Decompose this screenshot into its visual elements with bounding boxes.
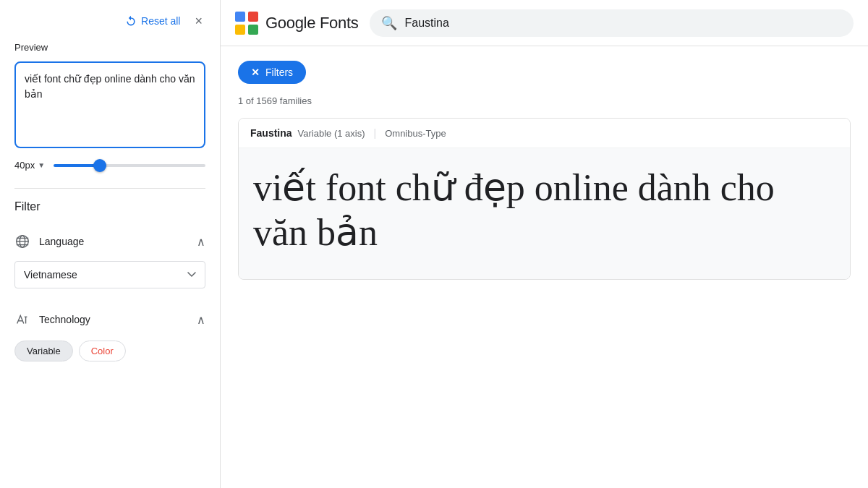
divider-1 (14, 188, 205, 189)
search-bar[interactable]: 🔍 (370, 9, 854, 37)
globe-icon (14, 234, 30, 249)
logo-area: Google Fonts (235, 12, 358, 35)
filter-label: Filter (14, 200, 205, 213)
language-filter-section: Language ∧ Vietnamese Latin Cyrillic Ara… (14, 228, 205, 300)
technology-buttons: Variable Color (14, 341, 205, 361)
google-fonts-logo-icon (235, 12, 258, 35)
language-select[interactable]: Vietnamese Latin Cyrillic Arabic (14, 261, 205, 288)
font-preview-text: viết font chữ đẹp online dành cho văn bả… (253, 166, 835, 256)
filters-button[interactable]: ✕ Filters (238, 61, 306, 84)
language-filter-header[interactable]: Language ∧ (14, 228, 205, 255)
reset-icon (125, 15, 137, 27)
svg-rect-11 (248, 25, 258, 35)
sidebar: Reset all × Preview viết font chữ đẹp on… (0, 0, 221, 488)
size-label: 40px ▼ (14, 160, 45, 171)
logo-text: Google Fonts (265, 14, 358, 33)
size-dropdown-icon: ▼ (38, 161, 45, 169)
technology-filter-header[interactable]: Technology ∧ (14, 306, 205, 333)
content-area: ✕ Filters 1 of 1569 families Faustina Va… (221, 46, 868, 488)
filters-button-label: Filters (265, 67, 293, 78)
font-axis-label: Variable (1 axis) (298, 128, 365, 139)
reset-all-label: Reset all (141, 15, 180, 27)
font-preview-area: viết font chữ đẹp online dành cho văn bả… (239, 148, 850, 279)
technology-icon (14, 312, 30, 328)
svg-rect-10 (235, 25, 245, 35)
search-icon: 🔍 (381, 15, 397, 31)
families-count: 1 of 1569 families (238, 95, 851, 106)
preview-textarea[interactable]: viết font chữ đẹp online dành cho văn bả… (14, 61, 205, 148)
filters-bar: ✕ Filters (238, 61, 851, 84)
svg-rect-8 (235, 12, 245, 22)
x-icon: ✕ (251, 67, 260, 78)
technology-filter-label: Technology (39, 314, 90, 325)
font-separator: | (374, 127, 377, 139)
color-tech-button[interactable]: Color (79, 341, 126, 361)
size-value: 40px (14, 160, 35, 171)
variable-tech-button[interactable]: Variable (14, 341, 73, 361)
sidebar-top-bar: Reset all × (14, 12, 205, 30)
close-button[interactable]: × (192, 12, 205, 30)
main-area: Google Fonts 🔍 ✕ Filters 1 of 1569 famil… (221, 0, 868, 488)
close-icon: × (195, 14, 203, 28)
reset-all-button[interactable]: Reset all (119, 12, 186, 30)
font-card: Faustina Variable (1 axis) | Omnibus-Typ… (238, 118, 851, 280)
language-filter-label: Language (39, 236, 84, 247)
language-filter-title: Language (14, 234, 84, 249)
language-chevron-icon: ∧ (197, 235, 205, 249)
technology-chevron-icon: ∧ (197, 313, 205, 327)
font-name: Faustina (250, 127, 292, 139)
technology-filter-title: Technology (14, 312, 90, 328)
header: Google Fonts 🔍 (221, 0, 868, 46)
svg-rect-9 (248, 12, 258, 22)
size-slider[interactable] (54, 164, 205, 167)
size-row: 40px ▼ (14, 160, 205, 171)
font-designer: Omnibus-Type (385, 128, 446, 139)
search-input[interactable] (404, 17, 842, 30)
font-card-header: Faustina Variable (1 axis) | Omnibus-Typ… (239, 119, 850, 148)
preview-section-label: Preview (14, 42, 205, 53)
technology-filter-section: Technology ∧ Variable Color (14, 306, 205, 361)
